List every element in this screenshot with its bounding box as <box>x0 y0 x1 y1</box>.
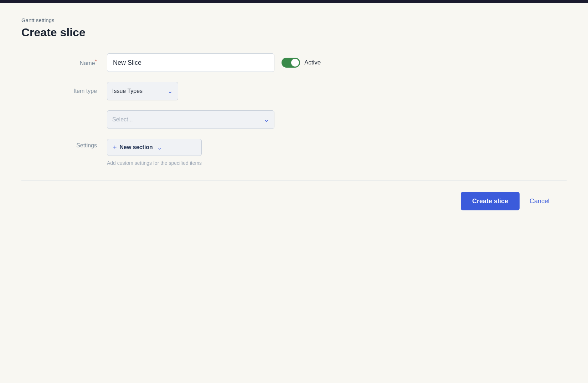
toggle-knob <box>291 59 299 67</box>
cancel-button[interactable]: Cancel <box>527 198 552 205</box>
new-section-button[interactable]: + New section ⌄ <box>107 139 202 156</box>
form-container: Name* Active Item type Issue Types ⌄ <box>21 53 567 166</box>
divider <box>21 180 567 180</box>
required-indicator: * <box>95 58 97 64</box>
name-input[interactable] <box>107 53 274 72</box>
new-section-label: New section <box>120 144 153 151</box>
active-toggle[interactable] <box>282 58 300 68</box>
breadcrumb: Gantt settings <box>21 17 567 23</box>
item-type-label: Item type <box>29 88 107 94</box>
settings-row: Settings + New section ⌄ Add custom sett… <box>29 139 559 166</box>
top-bar <box>0 0 588 3</box>
item-type-value: Issue Types <box>112 88 167 94</box>
select-chevron-icon: ⌄ <box>264 116 269 124</box>
create-slice-button[interactable]: Create slice <box>461 192 520 210</box>
plus-icon: + <box>113 144 117 151</box>
name-input-wrapper: Active <box>107 53 321 72</box>
chevron-down-icon: ⌄ <box>167 87 173 95</box>
footer-actions: Create slice Cancel <box>21 192 567 210</box>
name-row: Name* Active <box>29 53 559 72</box>
select-dropdown[interactable]: Select... ⌄ <box>107 110 274 129</box>
settings-label: Settings <box>29 139 107 149</box>
select-row: Select... ⌄ <box>29 110 559 129</box>
active-label: Active <box>304 59 321 66</box>
settings-hint: Add custom settings for the specified it… <box>107 160 202 166</box>
select-placeholder: Select... <box>112 116 133 123</box>
page-container: Gantt settings Create slice Name* Active… <box>0 3 588 225</box>
item-type-select[interactable]: Issue Types ⌄ <box>107 82 178 100</box>
page-title: Create slice <box>21 26 567 39</box>
settings-content: + New section ⌄ Add custom settings for … <box>107 139 202 166</box>
item-type-row: Item type Issue Types ⌄ <box>29 82 559 100</box>
toggle-wrapper: Active <box>282 58 321 68</box>
name-label: Name* <box>29 58 107 67</box>
chevron-small-icon: ⌄ <box>157 144 162 151</box>
